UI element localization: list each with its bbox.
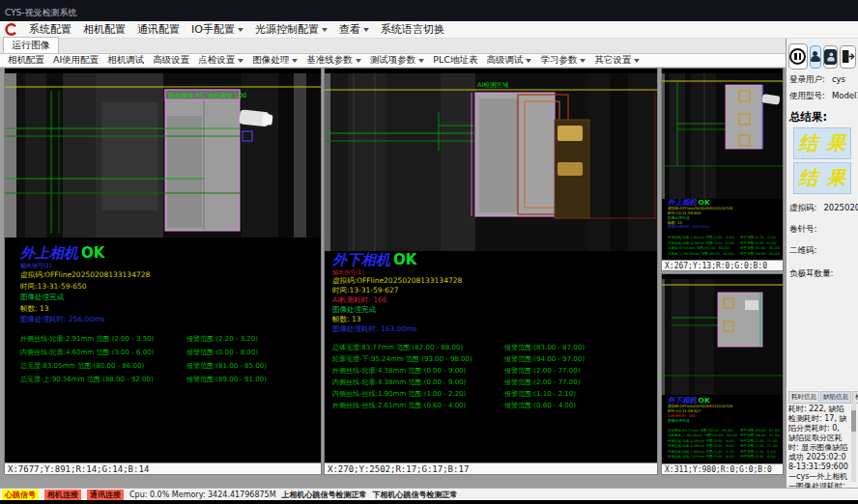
- model-value: Model1: [832, 91, 858, 102]
- measure-row: 外侧丝线-轮廓:4.38mm 范围:(0.00 - 9.00)报警范围:(2.0…: [332, 358, 585, 370]
- output-signal: 输出信号(1): [20, 262, 150, 269]
- measure-row: 内侧丝线-轮廓:4.60mm 范围:(3.00 - 6.00)报警范围:(0.0…: [20, 340, 267, 353]
- timestamp: 时间:13-31-59-627: [332, 286, 462, 295]
- tool-spot-check[interactable]: 点检设置: [198, 54, 243, 67]
- tool-advanced-debug[interactable]: 高级调试: [486, 54, 531, 67]
- timestamp: 时间:13-31-59-650: [20, 281, 150, 293]
- camera-name: 外下相机: [668, 396, 697, 405]
- camera-link-badge: 相机连接: [44, 490, 81, 500]
- exit-button[interactable]: [840, 45, 856, 69]
- measure-value: 外侧丝线-丝线:2.61mm 范围:(0.60 - 4.00): [332, 401, 504, 410]
- tool-baseline-params[interactable]: 基准线参数: [306, 54, 361, 67]
- camera-result: OK: [699, 198, 710, 207]
- measure-row: 外侧丝线-轮廓:2.91mm 范围:(2.00 - 3.50)报警范围:(2.2…: [20, 326, 267, 340]
- center-measure-rows: 总体宽度:83.77mm 范围:(82.00 - 88.00)报警范围:(83.…: [332, 335, 585, 405]
- pause-button[interactable]: [788, 43, 808, 70]
- user-login-button[interactable]: [810, 45, 822, 69]
- scrollbar-thumb[interactable]: [851, 410, 856, 432]
- qr-label: 二维码:: [789, 245, 816, 257]
- operator-button[interactable]: [823, 45, 838, 69]
- pixel-coordinate-bar: X:7677;Y:891;R:14;G:14;B:14: [5, 462, 321, 474]
- menu-camera-config[interactable]: 相机配置: [83, 22, 126, 37]
- info-log-text: 耗时: 222, 缺陷检测耗时: 17, 缺陷分类耗时: 0, 缺陷提取分区耗时…: [788, 405, 856, 501]
- center-camera-image[interactable]: AI检测区域: [325, 73, 657, 255]
- pixel-coordinate-bar: X:311;Y:980;R:0;G:0;B:0: [662, 463, 783, 474]
- mini-top-image[interactable]: [662, 73, 783, 203]
- tool-other-settings[interactable]: 其它设置: [594, 54, 640, 67]
- camera-name: 外上相机: [668, 198, 697, 207]
- camera-title: 外上相机OK: [668, 198, 782, 207]
- tool-learning-params[interactable]: 学习参数: [540, 54, 586, 67]
- user-icon: [811, 51, 820, 63]
- tool-camera-config[interactable]: 相机配置: [8, 54, 44, 67]
- tool-image-processing[interactable]: 图像处理: [252, 54, 298, 67]
- frame-count: 帧数: 13: [332, 315, 462, 324]
- menu-comm-config[interactable]: 通讯配置: [137, 22, 180, 37]
- pause-icon: [789, 48, 806, 65]
- measure-row: 总宽度-上:90.56mm 范围:(88.00 - 92.00)报警范围:(89…: [20, 367, 267, 380]
- measure-row: 总宽度:83.05mm 范围:(80.00 - 86.00)报警范围:(81.0…: [20, 353, 267, 367]
- camera-name: 外下相机: [332, 251, 390, 268]
- menu-light-config[interactable]: 光源控制配置: [255, 22, 328, 37]
- tab-run-image[interactable]: 运行图像: [3, 37, 59, 53]
- camera-title: 外下相机OK: [668, 396, 782, 405]
- mini-bottom-result-block: 外下相机OK 虚拟码:OFFline20250208133134728 时间:1…: [668, 396, 782, 456]
- upper-camera-heartbeat-status: 上相机心跳信号检测正常: [282, 490, 367, 500]
- window-title: CYS-视觉检测系统: [5, 7, 77, 19]
- measure-row: 内侧丝线-丝线:1.90mm 范围:(1.00 - 2.20)报警范围:(1.1…: [332, 381, 585, 393]
- menu-view[interactable]: 查看: [339, 22, 369, 37]
- app-logo-icon: [5, 23, 17, 36]
- menu-io-config[interactable]: IO手配置: [191, 22, 243, 37]
- mini-top-camera-panel: 外上相机OK 虚拟码:OFFline20250208133134728 时间:1…: [661, 68, 784, 271]
- info-tab-defect[interactable]: 缺陷信息: [820, 391, 851, 404]
- needle-row: 卷针号:: [789, 224, 855, 236]
- virtual-code-label: 虚拟码:: [789, 203, 816, 214]
- tool-test-params[interactable]: 测试项参数: [370, 54, 425, 67]
- info-log-box: 耗时信息 缺陷信息 检测信息 耗时: 222, 缺陷检测耗时: 17, 缺陷分类…: [788, 391, 856, 482]
- center-camera-panel: AI检测区域 外下相机OK 输出信号(1) 虚拟码:OFFline2025020…: [324, 68, 658, 475]
- measure-row: 轮廓宽度-下:95.24mm 范围:(93.00 - 98.00)报警范围:(9…: [332, 347, 585, 358]
- measure-value: 总宽度-上:90.56mm 范围:(88.00 - 92.00): [20, 375, 186, 384]
- left-camera-image[interactable]: 静态阈值:93, 动态阈值:100: [5, 73, 321, 241]
- tool-advanced-settings[interactable]: 高级设置: [153, 54, 189, 67]
- info-scrollbar[interactable]: [851, 403, 856, 482]
- ai-elapsed: AI检测耗时: 166: [332, 295, 462, 305]
- info-tab-elapsed[interactable]: 耗时信息: [788, 391, 819, 404]
- pixel-coordinate-bar: X:267;Y:13;R:0;G:0;B:0: [662, 260, 783, 270]
- login-user-value: cys: [832, 74, 845, 86]
- frame-count: 帧数: 13: [20, 303, 150, 315]
- left-camera-panel: 静态阈值:93, 动态阈值:100 外上相机OK 输出信号(1) 虚拟码:OFF…: [4, 68, 322, 475]
- pixel-coordinate-bar: X:270;Y:2502;R:17;G:17;B:17: [325, 462, 657, 474]
- mini-bottom-image[interactable]: [662, 279, 783, 399]
- measure-row: 外侧丝线-丝线:2.61mm 范围:(0.60 - 4.00)报警范围:(0.6…: [668, 451, 782, 457]
- tab-count-label: 负极耳数量:: [789, 268, 833, 280]
- model-label: 使用型号:: [789, 91, 825, 102]
- camera-title: 外上相机OK: [20, 245, 150, 262]
- heartbeat-badge: 心跳信号: [2, 490, 39, 500]
- tab-count-row: 负极耳数量:: [789, 268, 855, 280]
- control-buttons: [788, 43, 856, 70]
- measure-row: 内侧丝线-轮廓:4.60mm 范围:(3.00 - 6.00)报警范围:(0.0…: [668, 237, 782, 242]
- process-elapsed: 图像处理耗时: 256.00ms: [20, 314, 150, 325]
- tool-camera-debug[interactable]: 相机调试: [107, 54, 144, 67]
- camera-title: 外下相机OK: [332, 252, 462, 268]
- alarm-range: 报警范围:(89.00 - 91.00): [740, 251, 780, 255]
- measure-row: 外侧丝线-轮廓:2.91mm 范围:(2.00 - 3.50)报警范围:(2.2…: [668, 231, 782, 237]
- output-signal: 输出信号(1): [332, 268, 462, 276]
- exit-door-icon: [841, 49, 855, 64]
- operator-icon: [824, 49, 837, 65]
- status-bar: 心跳信号 相机连接 通讯连接 Cpu: 0.0% Memory: 3424.41…: [0, 488, 858, 500]
- menu-system-config[interactable]: 系统配置: [29, 22, 72, 37]
- process-done: 图像处理完成: [332, 305, 462, 315]
- tool-ai-config[interactable]: AI使用配置: [53, 54, 99, 67]
- tool-plc-address[interactable]: PLC地址表: [433, 54, 477, 67]
- alarm-range: 报警范围:(0.60 - 4.00): [504, 402, 576, 409]
- process-done: 图像处理完成: [20, 292, 150, 303]
- measure-row: 总宽度:83.05mm 范围:(80.00 - 86.00)报警范围:(81.0…: [668, 241, 782, 247]
- needle-label: 卷针号:: [789, 224, 816, 236]
- login-user-label: 登录用户:: [789, 74, 825, 86]
- menu-language-switch[interactable]: 系统语言切换: [381, 22, 444, 37]
- left-measure-rows: 外侧丝线-轮廓:2.91mm 范围:(2.00 - 3.50)报警范围:(2.2…: [20, 326, 267, 380]
- alarm-range: 报警范围:(0.60 - 4.00): [740, 455, 776, 459]
- process-elapsed: 图像处理耗时: 163.00ms: [332, 324, 462, 334]
